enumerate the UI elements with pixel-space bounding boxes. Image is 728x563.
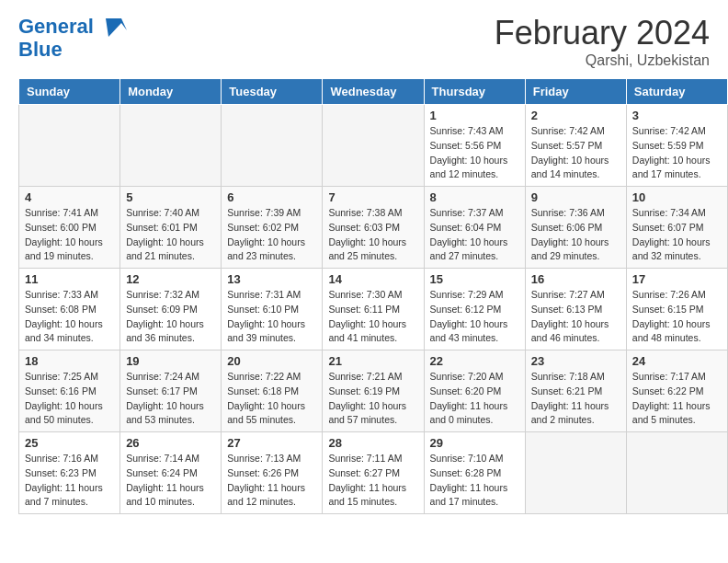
day-info: Sunrise: 7:41 AMSunset: 6:00 PMDaylight:…	[25, 207, 103, 261]
day-header-tuesday: Tuesday	[222, 79, 323, 105]
day-info: Sunrise: 7:31 AMSunset: 6:10 PMDaylight:…	[227, 289, 305, 343]
calendar-cell: 6 Sunrise: 7:39 AMSunset: 6:02 PMDayligh…	[222, 187, 323, 269]
day-header-thursday: Thursday	[424, 79, 525, 105]
day-info: Sunrise: 7:11 AMSunset: 6:27 PMDaylight:…	[328, 453, 406, 507]
calendar-cell: 13 Sunrise: 7:31 AMSunset: 6:10 PMDaylig…	[222, 269, 323, 350]
day-info: Sunrise: 7:22 AMSunset: 6:18 PMDaylight:…	[227, 371, 305, 425]
calendar-cell: 25 Sunrise: 7:16 AMSunset: 6:23 PMDaylig…	[19, 432, 120, 514]
day-info: Sunrise: 7:10 AMSunset: 6:28 PMDaylight:…	[430, 453, 508, 507]
calendar-cell: 21 Sunrise: 7:21 AMSunset: 6:19 PMDaylig…	[323, 350, 424, 432]
calendar-cell: 22 Sunrise: 7:20 AMSunset: 6:20 PMDaylig…	[424, 350, 525, 432]
day-number: 2	[531, 109, 620, 122]
month-year: February 2024	[495, 14, 710, 52]
day-info: Sunrise: 7:43 AMSunset: 5:56 PMDaylight:…	[430, 125, 508, 179]
day-info: Sunrise: 7:29 AMSunset: 6:12 PMDaylight:…	[430, 289, 508, 343]
day-info: Sunrise: 7:42 AMSunset: 5:59 PMDaylight:…	[632, 125, 711, 179]
day-info: Sunrise: 7:37 AMSunset: 6:04 PMDaylight:…	[430, 207, 508, 261]
calendar-week-1: 1 Sunrise: 7:43 AMSunset: 5:56 PMDayligh…	[19, 105, 728, 187]
day-info: Sunrise: 7:26 AMSunset: 6:15 PMDaylight:…	[632, 289, 711, 343]
day-info: Sunrise: 7:21 AMSunset: 6:19 PMDaylight:…	[328, 371, 406, 425]
day-info: Sunrise: 7:27 AMSunset: 6:13 PMDaylight:…	[531, 289, 609, 343]
calendar-cell: 11 Sunrise: 7:33 AMSunset: 6:08 PMDaylig…	[19, 269, 120, 350]
day-number: 29	[430, 436, 519, 450]
calendar-week-5: 25 Sunrise: 7:16 AMSunset: 6:23 PMDaylig…	[19, 432, 728, 514]
day-number: 16	[531, 272, 620, 286]
day-number: 6	[227, 190, 316, 204]
day-info: Sunrise: 7:38 AMSunset: 6:03 PMDaylight:…	[328, 207, 406, 261]
calendar-cell: 19 Sunrise: 7:24 AMSunset: 6:17 PMDaylig…	[120, 350, 222, 432]
calendar-body: 1 Sunrise: 7:43 AMSunset: 5:56 PMDayligh…	[19, 105, 728, 514]
calendar-cell: 16 Sunrise: 7:27 AMSunset: 6:13 PMDaylig…	[525, 269, 626, 350]
day-number: 8	[430, 190, 519, 204]
day-number: 24	[632, 354, 722, 368]
calendar-cell	[19, 105, 120, 187]
day-number: 3	[632, 109, 722, 122]
day-info: Sunrise: 7:33 AMSunset: 6:08 PMDaylight:…	[25, 289, 103, 343]
day-number: 22	[430, 354, 519, 368]
calendar-week-3: 11 Sunrise: 7:33 AMSunset: 6:08 PMDaylig…	[19, 269, 728, 350]
day-number: 14	[328, 272, 417, 286]
day-info: Sunrise: 7:17 AMSunset: 6:22 PMDaylight:…	[632, 371, 711, 425]
calendar-week-2: 4 Sunrise: 7:41 AMSunset: 6:00 PMDayligh…	[19, 187, 728, 269]
calendar-cell	[626, 432, 727, 514]
day-header-sunday: Sunday	[19, 79, 120, 105]
calendar-table: SundayMondayTuesdayWednesdayThursdayFrid…	[18, 78, 728, 514]
day-header-wednesday: Wednesday	[323, 79, 424, 105]
day-number: 4	[25, 190, 114, 204]
day-number: 20	[227, 354, 316, 368]
day-number: 13	[227, 272, 316, 286]
calendar-cell: 27 Sunrise: 7:13 AMSunset: 6:26 PMDaylig…	[222, 432, 323, 514]
calendar-cell: 15 Sunrise: 7:29 AMSunset: 6:12 PMDaylig…	[424, 269, 525, 350]
calendar-cell: 24 Sunrise: 7:17 AMSunset: 6:22 PMDaylig…	[626, 350, 727, 432]
page-header: General Blue February 2024 Qarshi, Uzbek…	[0, 0, 728, 78]
calendar-cell: 1 Sunrise: 7:43 AMSunset: 5:56 PMDayligh…	[424, 105, 525, 187]
day-info: Sunrise: 7:24 AMSunset: 6:17 PMDaylight:…	[126, 371, 204, 425]
calendar-cell: 9 Sunrise: 7:36 AMSunset: 6:06 PMDayligh…	[525, 187, 626, 269]
calendar-week-4: 18 Sunrise: 7:25 AMSunset: 6:16 PMDaylig…	[19, 350, 728, 432]
day-info: Sunrise: 7:25 AMSunset: 6:16 PMDaylight:…	[25, 371, 103, 425]
day-number: 5	[126, 190, 215, 204]
day-info: Sunrise: 7:36 AMSunset: 6:06 PMDaylight:…	[531, 207, 609, 261]
day-number: 21	[328, 354, 417, 368]
calendar-cell: 23 Sunrise: 7:18 AMSunset: 6:21 PMDaylig…	[525, 350, 626, 432]
svg-marker-0	[106, 18, 127, 37]
day-number: 12	[126, 272, 215, 286]
calendar-cell: 3 Sunrise: 7:42 AMSunset: 5:59 PMDayligh…	[626, 105, 727, 187]
calendar-cell: 26 Sunrise: 7:14 AMSunset: 6:24 PMDaylig…	[120, 432, 222, 514]
calendar-cell: 12 Sunrise: 7:32 AMSunset: 6:09 PMDaylig…	[120, 269, 222, 350]
location: Qarshi, Uzbekistan	[495, 52, 710, 69]
day-number: 26	[126, 436, 215, 450]
title-area: February 2024 Qarshi, Uzbekistan	[495, 14, 710, 69]
day-number: 1	[430, 109, 519, 122]
calendar-cell: 7 Sunrise: 7:38 AMSunset: 6:03 PMDayligh…	[323, 187, 424, 269]
day-header-friday: Friday	[525, 79, 626, 105]
calendar-cell	[525, 432, 626, 514]
logo: General Blue	[18, 14, 129, 62]
day-info: Sunrise: 7:18 AMSunset: 6:21 PMDaylight:…	[531, 371, 609, 425]
day-number: 25	[25, 436, 114, 450]
day-number: 28	[328, 436, 417, 450]
calendar-cell: 20 Sunrise: 7:22 AMSunset: 6:18 PMDaylig…	[222, 350, 323, 432]
day-header-monday: Monday	[120, 79, 222, 105]
calendar-cell	[120, 105, 222, 187]
calendar-cell: 10 Sunrise: 7:34 AMSunset: 6:07 PMDaylig…	[626, 187, 727, 269]
day-number: 27	[227, 436, 316, 450]
day-info: Sunrise: 7:30 AMSunset: 6:11 PMDaylight:…	[328, 289, 406, 343]
day-info: Sunrise: 7:42 AMSunset: 5:57 PMDaylight:…	[531, 125, 609, 179]
day-number: 18	[25, 354, 114, 368]
day-info: Sunrise: 7:20 AMSunset: 6:20 PMDaylight:…	[430, 371, 508, 425]
day-number: 11	[25, 272, 114, 286]
day-info: Sunrise: 7:14 AMSunset: 6:24 PMDaylight:…	[126, 453, 204, 507]
day-number: 19	[126, 354, 215, 368]
calendar-cell	[323, 105, 424, 187]
day-info: Sunrise: 7:32 AMSunset: 6:09 PMDaylight:…	[126, 289, 204, 343]
day-info: Sunrise: 7:16 AMSunset: 6:23 PMDaylight:…	[25, 453, 103, 507]
calendar-cell: 4 Sunrise: 7:41 AMSunset: 6:00 PMDayligh…	[19, 187, 120, 269]
calendar-cell: 5 Sunrise: 7:40 AMSunset: 6:01 PMDayligh…	[120, 187, 222, 269]
day-info: Sunrise: 7:13 AMSunset: 6:26 PMDaylight:…	[227, 453, 305, 507]
day-info: Sunrise: 7:34 AMSunset: 6:07 PMDaylight:…	[632, 207, 711, 261]
calendar-cell: 18 Sunrise: 7:25 AMSunset: 6:16 PMDaylig…	[19, 350, 120, 432]
day-info: Sunrise: 7:40 AMSunset: 6:01 PMDaylight:…	[126, 207, 204, 261]
day-header-saturday: Saturday	[626, 79, 727, 105]
calendar-cell: 28 Sunrise: 7:11 AMSunset: 6:27 PMDaylig…	[323, 432, 424, 514]
